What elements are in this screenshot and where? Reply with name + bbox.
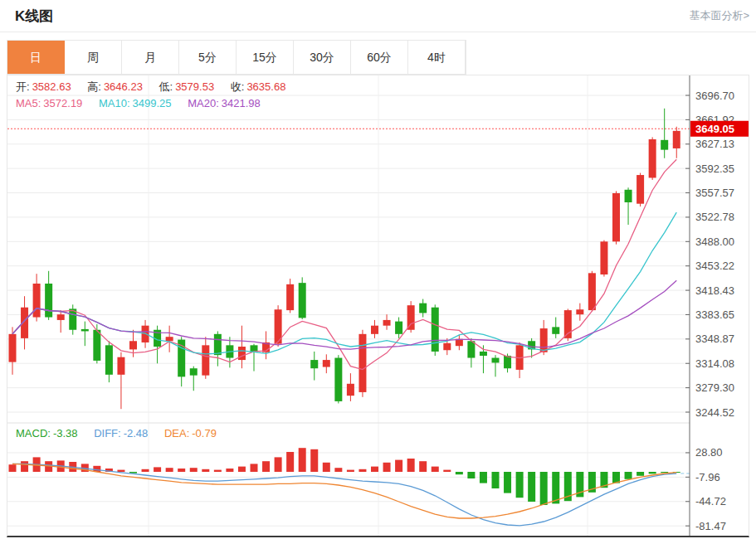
- candle: [504, 356, 511, 368]
- ma10-line: [12, 212, 676, 354]
- macd-axis-label: -7.96: [695, 471, 720, 483]
- tab-日[interactable]: 日: [7, 41, 65, 74]
- kline-chart-canvas[interactable]: 3696.703661.923627.133592.353557.573522.…: [7, 75, 749, 536]
- price-axis-label: 3418.43: [695, 284, 734, 297]
- ma20-label: MA20:: [188, 97, 219, 109]
- macd-label: MACD:: [16, 427, 51, 439]
- macd-value: -3.38: [53, 427, 78, 439]
- candle: [33, 284, 41, 318]
- candle: [637, 175, 644, 204]
- macd-axis-label: -81.47: [695, 520, 726, 532]
- ma10-value: 3499.25: [133, 97, 172, 109]
- macd-bar: [492, 472, 500, 488]
- fundamental-analysis-link[interactable]: 基本面分析>: [689, 8, 749, 23]
- macd-bar: [637, 472, 644, 476]
- candle: [105, 345, 113, 374]
- candle: [238, 347, 246, 360]
- candle: [323, 360, 330, 367]
- tab-60分[interactable]: 60分: [351, 41, 408, 74]
- candle: [649, 139, 656, 177]
- price-axis-label: 3696.70: [695, 90, 734, 102]
- candle: [129, 341, 137, 349]
- macd-bar: [504, 472, 511, 493]
- price-axis-label: 3522.78: [695, 211, 734, 223]
- candle: [190, 368, 198, 375]
- candle: [612, 193, 620, 241]
- price-axis-label: 3279.30: [695, 381, 734, 394]
- ma-bar: MA5:3572.19 MA10:3499.25 MA20:3421.98: [16, 97, 263, 109]
- macd-bar: [625, 472, 632, 479]
- macd-bar: [480, 472, 487, 483]
- macd-bar: [347, 470, 354, 472]
- tab-4时[interactable]: 4时: [408, 41, 466, 74]
- candle: [443, 343, 451, 350]
- ma20-value: 3421.98: [222, 97, 261, 109]
- candle: [661, 140, 668, 150]
- tab-5分[interactable]: 5分: [179, 41, 237, 74]
- macd-bar: [226, 469, 233, 472]
- macd-bar: [214, 470, 222, 472]
- macd-bar: [467, 472, 475, 478]
- candle: [576, 309, 583, 314]
- candle: [588, 273, 596, 310]
- candle: [625, 190, 632, 202]
- last-price-tag-value: 3649.05: [695, 123, 734, 135]
- macd-bar: [9, 464, 17, 472]
- candle: [117, 357, 124, 375]
- price-axis-label: 3383.65: [695, 308, 734, 321]
- tab-15分[interactable]: 15分: [237, 41, 294, 74]
- price-axis-label: 3627.13: [695, 138, 734, 150]
- candle: [299, 283, 306, 318]
- macd-bar: [358, 469, 366, 472]
- macd-bar: [190, 468, 198, 472]
- kline-chart[interactable]: 3696.703661.923627.133592.353557.573522.…: [7, 75, 749, 537]
- macd-bar: [528, 472, 535, 502]
- macd-bar: [552, 472, 559, 503]
- macd-bar: [178, 469, 185, 472]
- dea-value: -0.79: [192, 427, 217, 439]
- candle: [81, 329, 89, 332]
- page-title: K线图: [15, 7, 53, 26]
- macd-bar: [661, 472, 668, 473]
- macd-bar: [407, 459, 415, 472]
- macd-bar: [540, 472, 548, 505]
- macd-bar: [154, 467, 161, 472]
- ma5-line: [12, 159, 676, 369]
- macd-bar: [251, 464, 258, 472]
- macd-bar: [649, 472, 656, 473]
- kline-page: K线图 基本面分析> 日周月5分15分30分60分4时 3696.703661.…: [0, 0, 756, 539]
- candle: [166, 337, 173, 341]
- dea-label: DEA:: [164, 427, 189, 439]
- diff-label: DIFF:: [94, 427, 121, 439]
- tab-月[interactable]: 月: [122, 41, 179, 74]
- open-label: 开:: [16, 80, 30, 93]
- macd-bar: [262, 461, 270, 472]
- price-axis-label: 3453.22: [695, 260, 734, 272]
- candle: [93, 330, 100, 361]
- candle: [673, 131, 680, 148]
- timeframe-tab-bar: 日周月5分15分30分60分4时: [7, 40, 466, 75]
- candle: [9, 334, 17, 362]
- candle: [371, 326, 378, 334]
- close-label: 收:: [231, 80, 245, 93]
- candle: [467, 341, 475, 357]
- macd-bar: [323, 463, 330, 472]
- macd-bar: [516, 472, 524, 498]
- macd-bar: [21, 461, 28, 472]
- macd-bar: [334, 468, 342, 472]
- candle: [432, 308, 439, 352]
- candle: [600, 241, 607, 274]
- tab-周[interactable]: 周: [65, 41, 122, 74]
- macd-bar: [117, 470, 124, 472]
- macd-bar: [286, 452, 294, 472]
- price-axis-label: 3557.57: [695, 187, 734, 199]
- macd-axis-label: 28.80: [695, 446, 723, 459]
- macd-bar: [299, 448, 306, 472]
- candle: [383, 320, 391, 326]
- candle: [480, 352, 487, 356]
- macd-bar: [456, 472, 463, 474]
- macd-bar: MACD:-3.38 DIFF:-2.48 DEA:-0.79: [16, 427, 219, 439]
- tab-30分[interactable]: 30分: [294, 41, 351, 74]
- ma10-label: MA10:: [99, 97, 130, 109]
- price-axis-label: 3348.87: [695, 333, 734, 345]
